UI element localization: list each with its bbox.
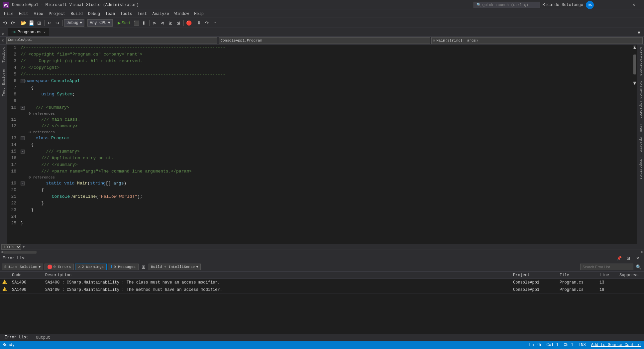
- tab-filename: Program.cs: [18, 30, 42, 35]
- menu-debug[interactable]: Debug: [85, 11, 103, 17]
- code-line-18: /// <param name="args">The command line …: [21, 168, 631, 175]
- code-line-22: }: [21, 200, 631, 207]
- nav-app-icon: ⚙: [1, 38, 5, 43]
- error-search-button[interactable]: 🔍: [635, 263, 642, 271]
- toolbar-sep-5: [114, 20, 114, 26]
- toolbar-back-button[interactable]: ⟲: [1, 19, 9, 27]
- menu-tools[interactable]: Tools: [118, 11, 135, 17]
- filter-scope-arrow: ▼: [39, 265, 41, 269]
- collapse-summary-2[interactable]: −: [21, 150, 25, 154]
- toolbar-undo-button[interactable]: ↩: [46, 19, 53, 27]
- minimize-button[interactable]: ─: [596, 0, 611, 10]
- toolbar-sep-2: [44, 20, 45, 26]
- toolbar-btn-10[interactable]: ⊵: [167, 19, 174, 27]
- tab-dropdown-button[interactable]: ▼: [635, 29, 643, 36]
- toolbar-step-into[interactable]: ⬇: [195, 19, 203, 27]
- toolbox-tab[interactable]: Toolbox: [1, 45, 6, 65]
- h-scroll-track[interactable]: [3, 251, 641, 254]
- error-row-2[interactable]: ! SA1400 SA1400 : CSharp.Maintainability…: [0, 286, 644, 293]
- namespace-dropdown[interactable]: ConsoleApp1: [6, 37, 218, 44]
- window-title: ConsoleApp1 - Microsoft Visual Studio (A…: [12, 3, 474, 7]
- col-header-suppress: Suppress: [617, 273, 644, 278]
- team-explorer-sidebar-tab[interactable]: Team Explorer: [638, 121, 643, 155]
- class-dropdown[interactable]: ConsoleApp1.Program: [219, 37, 430, 44]
- warnings-filter-button[interactable]: ⚠ 2 Warnings: [75, 264, 107, 270]
- col-header-project: Project: [511, 273, 558, 278]
- build-filter-dropdown[interactable]: Build + IntelliSense ▼: [149, 264, 201, 270]
- error-list-panel-tab[interactable]: Error List: [1, 334, 32, 341]
- test-explorer-tab[interactable]: Test Explorer: [1, 65, 6, 99]
- title-bar: VS ConsoleApp1 - Microsoft Visual Studio…: [0, 0, 644, 10]
- toolbar-btn-7[interactable]: ⏸: [141, 19, 148, 27]
- menu-view[interactable]: View: [31, 11, 46, 17]
- menu-build[interactable]: Build: [68, 11, 85, 17]
- toolbar-open-button[interactable]: 📂: [20, 19, 27, 27]
- solution-explorer-sidebar-tab[interactable]: Solution Explorer: [638, 78, 643, 121]
- warning-icon-1: !: [0, 279, 10, 286]
- menu-help[interactable]: Help: [191, 11, 206, 17]
- close-button[interactable]: ✕: [626, 0, 641, 10]
- horizontal-scrollbar[interactable]: ◄ ►: [0, 250, 644, 254]
- error-row-1[interactable]: ! SA1400 SA1400 : CSharp.Maintainability…: [0, 279, 644, 286]
- toolbar-save-button[interactable]: 💾: [28, 19, 35, 27]
- toolbar-sep-4: [86, 20, 86, 26]
- program-cs-tab[interactable]: C# Program.cs ✕: [8, 28, 49, 36]
- filter-scope-dropdown[interactable]: Entire Solution ▼: [2, 264, 43, 270]
- filter-extra-button[interactable]: ⊞: [140, 263, 147, 271]
- error-search-input[interactable]: [580, 264, 633, 270]
- zoom-select[interactable]: 100 % 75 % 125 % 150 % 200 %: [1, 244, 21, 250]
- scroll-thumb[interactable]: [633, 55, 636, 74]
- h-scroll-thumb[interactable]: [3, 251, 37, 254]
- toolbar-forward-button[interactable]: ⟳: [9, 19, 17, 27]
- code-line-24: [21, 213, 631, 220]
- editor-area: 1 2 3 4 5 6 7 8 9 10 11 12 13 14 15 16 1…: [7, 45, 637, 244]
- menu-project[interactable]: Project: [46, 11, 68, 17]
- menu-file[interactable]: File: [1, 11, 16, 17]
- h-scroll-right[interactable]: ►: [641, 250, 644, 254]
- toolbar-btn-11[interactable]: ⊴: [175, 19, 182, 27]
- notifications-tab[interactable]: Notifications: [638, 45, 643, 78]
- method-dropdown[interactable]: ⚙Main(string[] args): [431, 37, 643, 44]
- scroll-down-arrow[interactable]: ▼: [633, 81, 636, 84]
- properties-sidebar-tab[interactable]: Properties: [638, 155, 643, 182]
- collapse-method[interactable]: −: [21, 181, 25, 185]
- menu-test[interactable]: Test: [135, 11, 150, 17]
- errors-filter-button[interactable]: 0 Errors: [45, 264, 74, 270]
- toolbar-save-all-button[interactable]: ⊞: [36, 19, 43, 27]
- panel-pin-button[interactable]: 📌: [615, 255, 623, 262]
- toolbar-redo-button[interactable]: ↪: [54, 19, 61, 27]
- toolbar-step-over[interactable]: ↷: [203, 19, 211, 27]
- menu-window[interactable]: Window: [172, 11, 191, 17]
- collapse-namespace[interactable]: −: [21, 79, 25, 83]
- menu-edit[interactable]: Edit: [16, 11, 31, 17]
- run-button[interactable]: ▶ Start: [116, 20, 132, 26]
- editor-scrollbar[interactable]: ▲ ▼: [633, 45, 637, 244]
- panel-float-button[interactable]: ⊡: [625, 255, 632, 262]
- toolbar-step-out[interactable]: ↑: [211, 19, 219, 27]
- quick-launch-box[interactable]: 🔍 Quick Launch (Ctrl+Q): [474, 2, 540, 8]
- toolbar-btn-9[interactable]: ⊲: [159, 19, 166, 27]
- scroll-up-arrow[interactable]: ▲: [633, 45, 636, 48]
- tab-close-button[interactable]: ✕: [44, 30, 46, 34]
- menu-team[interactable]: Team: [103, 11, 118, 17]
- output-panel-tab[interactable]: Output: [33, 334, 54, 341]
- messages-filter-button[interactable]: ℹ 0 Messages: [108, 264, 139, 270]
- status-source-control[interactable]: Add to Source Control: [591, 343, 641, 347]
- toolbar-sep-7: [183, 20, 184, 26]
- menu-analyze[interactable]: Analyze: [150, 11, 172, 17]
- platform-dropdown[interactable]: Any CPU ▼: [87, 19, 113, 27]
- code-line-19: − static void Main(string[] args): [21, 180, 631, 187]
- col-header-code: Code: [10, 273, 43, 278]
- toolbar-btn-6[interactable]: ⬛: [133, 19, 140, 27]
- panel-close-button[interactable]: ✕: [634, 255, 641, 262]
- error-project-2: ConsoleApp1: [511, 288, 558, 292]
- filter-scope-label: Entire Solution: [4, 265, 37, 269]
- toolbar-btn-8[interactable]: ⊳: [151, 19, 158, 27]
- toolbar-breakpoint-button[interactable]: 🔴: [185, 19, 192, 27]
- collapse-summary-1[interactable]: −: [21, 106, 25, 110]
- debug-config-dropdown[interactable]: Debug ▼: [64, 19, 84, 27]
- h-scroll-left[interactable]: ◄: [0, 250, 3, 254]
- collapse-class[interactable]: −: [21, 136, 25, 140]
- maximize-button[interactable]: □: [611, 0, 626, 10]
- code-editor: 1 2 3 4 5 6 7 8 9 10 11 12 13 14 15 16 1…: [7, 45, 637, 244]
